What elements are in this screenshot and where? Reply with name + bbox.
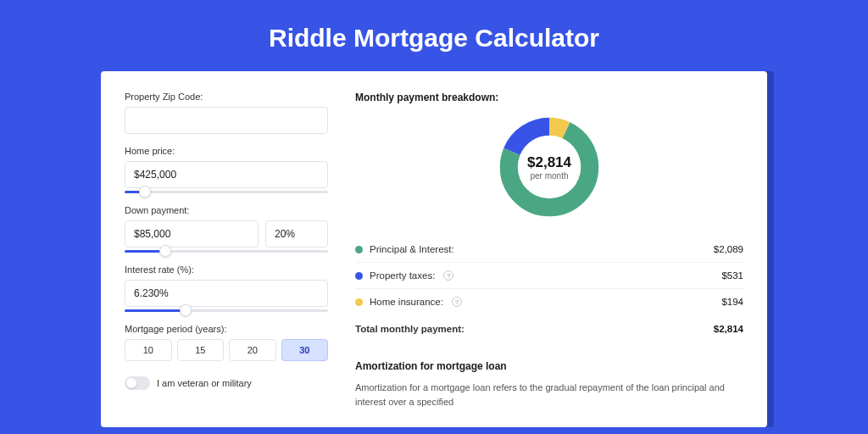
legend-dot-icon — [355, 272, 363, 280]
down-payment-field: Down payment: — [125, 205, 328, 253]
legend-dot-icon — [355, 298, 363, 306]
legend: Principal & Interest:$2,089Property taxe… — [355, 236, 743, 314]
period-option-20[interactable]: 20 — [229, 339, 276, 361]
veteran-row: I am veteran or military — [125, 376, 328, 390]
total-label: Total monthly payment: — [355, 324, 465, 334]
total-value: $2,814 — [714, 324, 743, 334]
calculator-card: Property Zip Code: Home price: Down paym… — [101, 71, 767, 427]
period-option-30[interactable]: 30 — [281, 339, 329, 361]
toggle-knob-icon — [126, 378, 136, 388]
form-panel: Property Zip Code: Home price: Down paym… — [125, 92, 328, 427]
veteran-label: I am veteran or military — [157, 378, 252, 388]
breakdown-panel: Monthly payment breakdown: $2,814 per mo… — [355, 92, 743, 427]
zip-input[interactable] — [125, 107, 328, 134]
home-price-field: Home price: — [125, 146, 328, 193]
legend-label: Home insurance: — [370, 297, 443, 307]
veteran-toggle[interactable] — [125, 376, 150, 390]
info-icon[interactable]: ? — [452, 297, 462, 307]
period-label: Mortgage period (years): — [125, 324, 328, 334]
home-price-slider[interactable] — [125, 191, 328, 193]
down-payment-label: Down payment: — [125, 205, 328, 215]
legend-row: Property taxes:?$531 — [355, 263, 743, 289]
legend-value: $531 — [721, 270, 743, 281]
info-icon[interactable]: ? — [443, 270, 453, 281]
page-title: Riddle Mortgage Calculator — [0, 0, 868, 71]
interest-slider[interactable] — [125, 309, 328, 312]
donut-center-amount: $2,814 — [527, 154, 571, 171]
amortization-title: Amortization for mortgage loan — [355, 360, 743, 372]
legend-value: $194 — [721, 297, 743, 307]
interest-label: Interest rate (%): — [125, 264, 328, 275]
donut-chart-wrap: $2,814 per month — [355, 114, 743, 220]
interest-field: Interest rate (%): — [125, 264, 328, 312]
zip-field: Property Zip Code: — [125, 92, 328, 134]
donut-chart: $2,814 per month — [496, 114, 603, 220]
legend-row: Principal & Interest:$2,089 — [355, 236, 743, 263]
legend-label: Property taxes: — [370, 270, 435, 281]
down-payment-pct-input[interactable] — [265, 220, 328, 248]
legend-value: $2,089 — [714, 244, 743, 254]
breakdown-title: Monthly payment breakdown: — [355, 92, 743, 103]
period-option-15[interactable]: 15 — [177, 339, 225, 361]
home-price-input[interactable] — [125, 161, 328, 188]
legend-dot-icon — [355, 246, 363, 253]
donut-center-sub: per month — [530, 171, 568, 181]
down-payment-slider[interactable] — [125, 250, 328, 253]
period-option-10[interactable]: 10 — [125, 339, 172, 361]
period-field: Mortgage period (years): 10152030 — [125, 324, 328, 361]
amortization-section: Amortization for mortgage loan Amortizat… — [355, 360, 743, 409]
down-payment-input[interactable] — [125, 220, 259, 248]
zip-label: Property Zip Code: — [125, 92, 328, 102]
legend-label: Principal & Interest: — [370, 244, 454, 254]
total-row: Total monthly payment: $2,814 — [355, 314, 743, 342]
home-price-label: Home price: — [125, 146, 328, 156]
amortization-text: Amortization for a mortgage loan refers … — [355, 381, 743, 409]
interest-input[interactable] — [125, 280, 328, 307]
legend-row: Home insurance:?$194 — [355, 289, 743, 314]
